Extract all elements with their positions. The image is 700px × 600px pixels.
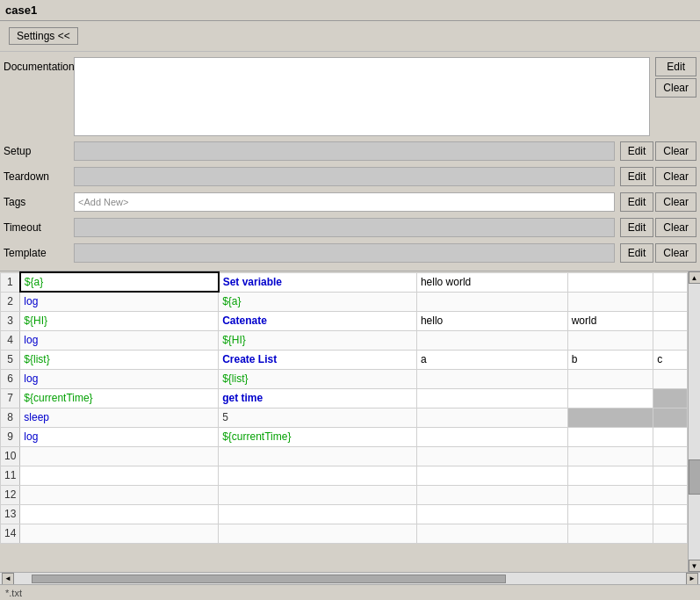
hscroll-right-arrow[interactable]: ► bbox=[686, 573, 698, 585]
col3-cell[interactable]: hello world bbox=[416, 272, 567, 292]
col2-cell[interactable]: Catenate bbox=[219, 311, 417, 330]
table-row[interactable]: 14 bbox=[1, 524, 688, 543]
table-row[interactable]: 9log${currentTime} bbox=[1, 427, 688, 446]
col1-cell[interactable]: sleep bbox=[20, 408, 219, 427]
col3-cell[interactable] bbox=[416, 524, 567, 543]
col1-cell[interactable] bbox=[20, 446, 219, 466]
col2-cell[interactable]: Set variable bbox=[219, 272, 417, 292]
col1-cell[interactable] bbox=[20, 466, 219, 485]
template-clear-button[interactable]: Clear bbox=[655, 243, 696, 263]
col4-cell[interactable]: b bbox=[567, 350, 653, 369]
col1-cell[interactable]: ${list} bbox=[20, 350, 219, 369]
timeout-input[interactable] bbox=[74, 218, 615, 237]
col5-cell[interactable] bbox=[653, 292, 688, 311]
col5-cell[interactable] bbox=[653, 466, 688, 485]
col5-cell[interactable] bbox=[653, 311, 688, 330]
col5-cell[interactable] bbox=[653, 504, 688, 524]
col2-cell[interactable] bbox=[219, 485, 417, 504]
col5-cell[interactable] bbox=[653, 446, 688, 466]
vscroll-down-arrow[interactable]: ▼ bbox=[689, 560, 701, 572]
col3-cell[interactable] bbox=[416, 504, 567, 524]
tags-input[interactable]: <Add New> bbox=[74, 192, 615, 212]
col3-cell[interactable] bbox=[416, 485, 567, 504]
col5-cell[interactable] bbox=[653, 408, 688, 427]
hscroll-thumb[interactable] bbox=[32, 575, 506, 583]
doc-edit-button[interactable]: Edit bbox=[655, 57, 696, 76]
col2-cell[interactable] bbox=[219, 504, 417, 524]
col2-cell[interactable] bbox=[219, 446, 417, 466]
timeout-edit-button[interactable]: Edit bbox=[620, 218, 654, 237]
table-row[interactable]: 2log${a} bbox=[1, 292, 688, 311]
table-row[interactable]: 3${HI}Catenatehelloworld bbox=[1, 311, 688, 330]
col2-cell[interactable]: 5 bbox=[219, 408, 417, 427]
col4-cell[interactable] bbox=[567, 408, 653, 427]
table-row[interactable]: 7${currentTime}get time bbox=[1, 388, 688, 408]
table-row[interactable]: 11 bbox=[1, 466, 688, 485]
col4-cell[interactable] bbox=[567, 292, 653, 311]
template-edit-button[interactable]: Edit bbox=[620, 243, 654, 263]
col3-cell[interactable] bbox=[416, 446, 567, 466]
vscroll-thumb[interactable] bbox=[689, 459, 701, 495]
col4-cell[interactable] bbox=[567, 388, 653, 408]
settings-button[interactable]: Settings << bbox=[9, 27, 78, 45]
col5-cell[interactable] bbox=[653, 524, 688, 543]
table-scroll-inner[interactable]: 1${a}Set variablehello world2log${a}3${H… bbox=[0, 271, 688, 572]
col4-cell[interactable] bbox=[567, 272, 653, 292]
col3-cell[interactable] bbox=[416, 369, 567, 388]
col1-cell[interactable] bbox=[20, 504, 219, 524]
col4-cell[interactable] bbox=[567, 466, 653, 485]
col1-cell[interactable]: ${currentTime} bbox=[20, 388, 219, 408]
col4-cell[interactable] bbox=[567, 446, 653, 466]
col1-cell[interactable]: log bbox=[20, 330, 219, 350]
teardown-clear-button[interactable]: Clear bbox=[655, 167, 696, 186]
col5-cell[interactable] bbox=[653, 427, 688, 446]
col3-cell[interactable]: a bbox=[416, 350, 567, 369]
col1-cell[interactable]: log bbox=[20, 369, 219, 388]
col3-cell[interactable]: hello bbox=[416, 311, 567, 330]
col2-cell[interactable] bbox=[219, 524, 417, 543]
col5-cell[interactable] bbox=[653, 388, 688, 408]
col4-cell[interactable] bbox=[567, 504, 653, 524]
tags-edit-button[interactable]: Edit bbox=[620, 192, 654, 212]
col1-cell[interactable] bbox=[20, 485, 219, 504]
setup-input[interactable] bbox=[74, 141, 615, 161]
col5-cell[interactable] bbox=[653, 330, 688, 350]
col2-cell[interactable]: Create List bbox=[219, 350, 417, 369]
col2-cell[interactable]: ${a} bbox=[219, 292, 417, 311]
col3-cell[interactable] bbox=[416, 388, 567, 408]
col4-cell[interactable] bbox=[567, 369, 653, 388]
col4-cell[interactable] bbox=[567, 330, 653, 350]
col3-cell[interactable] bbox=[416, 408, 567, 427]
table-row[interactable]: 1${a}Set variablehello world bbox=[1, 272, 688, 292]
col5-cell[interactable] bbox=[653, 485, 688, 504]
table-row[interactable]: 4log${HI} bbox=[1, 330, 688, 350]
template-input[interactable] bbox=[74, 243, 615, 263]
table-row[interactable]: 13 bbox=[1, 504, 688, 524]
col3-cell[interactable] bbox=[416, 466, 567, 485]
table-row[interactable]: 8sleep5 bbox=[1, 408, 688, 427]
setup-edit-button[interactable]: Edit bbox=[620, 141, 654, 161]
col3-cell[interactable] bbox=[416, 427, 567, 446]
col5-cell[interactable] bbox=[653, 369, 688, 388]
vscroll-up-arrow[interactable]: ▲ bbox=[689, 271, 701, 284]
doc-clear-button[interactable]: Clear bbox=[655, 78, 696, 98]
col1-cell[interactable]: ${a} bbox=[20, 272, 219, 292]
table-row[interactable]: 10 bbox=[1, 446, 688, 466]
timeout-clear-button[interactable]: Clear bbox=[655, 218, 696, 237]
col4-cell[interactable]: world bbox=[567, 311, 653, 330]
teardown-edit-button[interactable]: Edit bbox=[620, 167, 654, 186]
col4-cell[interactable] bbox=[567, 524, 653, 543]
setup-clear-button[interactable]: Clear bbox=[655, 141, 696, 161]
col1-cell[interactable]: log bbox=[20, 292, 219, 311]
col2-cell[interactable]: get time bbox=[219, 388, 417, 408]
col2-cell[interactable]: ${list} bbox=[219, 369, 417, 388]
col1-cell[interactable] bbox=[20, 524, 219, 543]
table-row[interactable]: 6log${list} bbox=[1, 369, 688, 388]
col2-cell[interactable]: ${currentTime} bbox=[219, 427, 417, 446]
hscroll-left-arrow[interactable]: ◄ bbox=[2, 573, 14, 585]
col2-cell[interactable] bbox=[219, 466, 417, 485]
col2-cell[interactable]: ${HI} bbox=[219, 330, 417, 350]
table-row[interactable]: 12 bbox=[1, 485, 688, 504]
tags-clear-button[interactable]: Clear bbox=[655, 192, 696, 212]
col4-cell[interactable] bbox=[567, 427, 653, 446]
